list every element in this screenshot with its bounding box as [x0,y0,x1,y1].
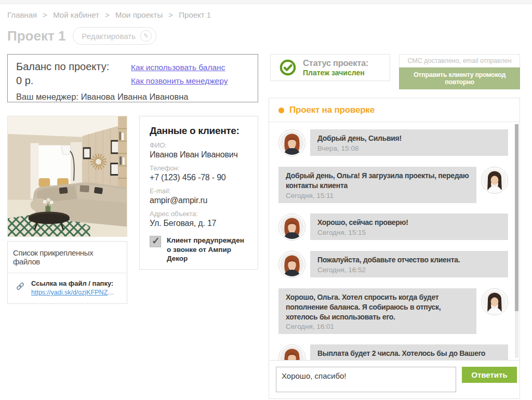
designer-avatar [481,288,508,315]
chat-scrollbar [515,124,518,358]
message-time: Сегодня, 15:11 [286,192,469,199]
manager-avatar [278,214,305,241]
how-to-use-balance-link[interactable]: Как использовать баланс [131,61,249,74]
message-time: Сегодня, 16:52 [317,266,501,274]
message-bubble: Пожалуйста, добавьте отчество клиента. С… [310,251,508,277]
chat-messages-area: Добрый день, Сильвия! Вчера, 15:08 Добры… [269,122,520,360]
balance-title: Баланс по проекту: [16,60,109,74]
chat-message: Добрый день, Сильвия! Вчера, 15:08 [278,129,508,156]
sms-email-notice: СМС доставлено, email отправлен [399,54,520,68]
message-time: Вчера, 15:08 [317,144,501,152]
message-bubble: Добрый день, Ольга! Я загрузила проекты,… [278,167,476,203]
message-time: Сегодня, 16:01 [286,323,469,330]
chat-message: Пожалуйста, добавьте отчество клиента. С… [278,251,508,278]
project-status-panel: Статус проекта: Платеж зачислен [270,54,390,81]
balance-panel: Баланс по проекту: 0 р. Как использовать… [7,54,258,102]
client-phone-label: Телефон: [150,164,248,172]
designer-avatar [481,167,508,194]
status-value: Платеж зачислен [303,69,368,77]
manager-avatar [278,129,305,156]
client-email-value: ampir@ampir.ru [150,196,248,205]
breadcrumb-projects[interactable]: Мои проекты [115,10,163,19]
client-address-label: Адрес объекта: [150,210,248,218]
manager-avatar [278,251,305,278]
link-icon [15,281,25,291]
client-name-value: Иванов Иван Иванович [150,150,248,159]
message-bubble: Хорошо, сейчас проверю! Сегодня, 15:15 [310,214,508,240]
chat-panel: Проект на проверке Добрый день, Сильвия!… [269,98,520,399]
breadcrumb-cabinet[interactable]: Мой кабинет [53,10,99,19]
chat-status-title: Проект на проверке [289,105,375,115]
client-address-value: Ул. Беговая, д. 17 [150,219,248,228]
client-warned-checkbox[interactable] [150,236,161,247]
client-data-panel: Данные о клиенте: ФИО: Иванов Иван Ивано… [139,116,258,270]
message-bubble: Выплата будет 2 числа. Хотелось бы до Ва… [310,344,508,360]
chat-message: Хорошо, Ольга. Хотел спросить когда буде… [278,288,508,335]
chat-message: Добрый день, Ольга! Я загрузила проекты,… [278,167,508,203]
edit-button-label: Редактировать [82,32,136,41]
how-to-call-manager-link[interactable]: Как позвонить менеджеру [131,74,249,88]
client-email-label: E-mail: [150,187,248,195]
window-top-band [0,0,532,4]
client-data-title: Данные о клиенте: [150,125,248,137]
manager-name: Ваш менеджер: Иванова Иванна Ивановна [16,92,249,102]
attached-files-title: Список прикрепленных файлов [8,242,127,273]
resend-promo-button[interactable]: Отправить клиенту промокод повторно [399,68,520,89]
scrollbar-thumb[interactable] [515,124,518,311]
reply-send-button[interactable]: Ответить [462,367,517,383]
breadcrumb: Главная > Мой кабинет > Мои проекты > Пр… [7,10,532,19]
file-link-url[interactable]: https://yadi.sk/d/ozjKFPNZsreEy… [31,289,117,296]
breadcrumb-home[interactable]: Главная [7,10,37,19]
message-bubble: Хорошо, Ольга. Хотел спросить когда буде… [278,288,476,335]
attached-files-panel: Список прикрепленных файлов Ссылка на фа… [7,241,127,304]
status-dot-icon [278,108,284,113]
message-time: Сегодня, 15:15 [317,229,501,236]
status-check-icon [280,59,296,76]
balance-amount: 0 р. [16,74,109,88]
message-bubble: Добрый день, Сильвия! Вчера, 15:08 [310,129,508,156]
client-phone-value: +7 (123) 456 -78 - 90 [150,173,248,182]
breadcrumb-current: Проект 1 [179,10,211,19]
file-link-label: Ссылка на файл / папку: [31,279,117,287]
page-title: Проект 1 [7,28,65,44]
client-name-label: ФИО: [150,141,248,149]
pencil-icon [140,30,152,42]
manager-avatar [278,344,305,360]
status-label: Статус проекта: [303,58,368,68]
client-warned-label: Клиент предупрежден о звонке от Ампир Де… [167,236,248,263]
edit-project-button[interactable]: Редактировать [73,27,156,45]
chat-message: Выплата будет 2 числа. Хотелось бы до Ва… [278,344,508,360]
chat-message: Хорошо, сейчас проверю! Сегодня, 15:15 [278,214,508,241]
project-photo[interactable] [7,116,127,237]
reply-input[interactable]: Хорошо, спасибо! [276,367,456,392]
